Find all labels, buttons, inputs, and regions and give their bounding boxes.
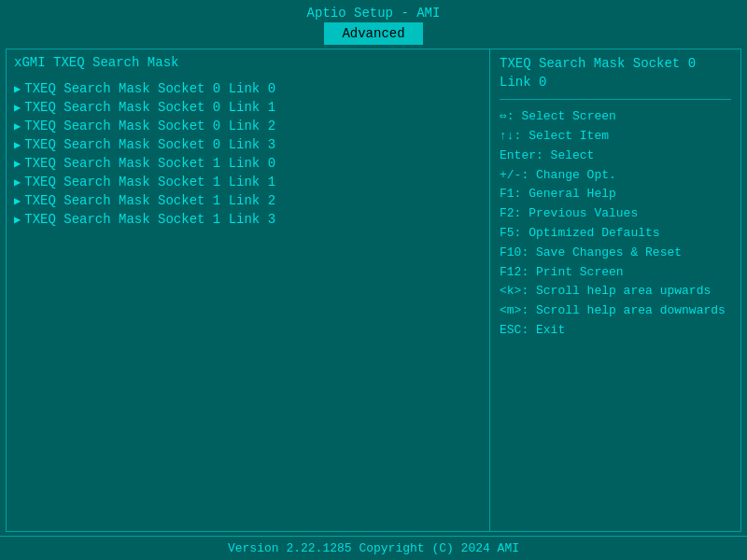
menu-item-6[interactable]: ▶TXEQ Search Mask Socket 1 Link 2 — [14, 191, 482, 210]
key-help-item-0: ⇔: Select Screen — [500, 107, 731, 127]
menu-item-5[interactable]: ▶TXEQ Search Mask Socket 1 Link 1 — [14, 173, 482, 191]
arrow-icon-6: ▶ — [14, 194, 21, 208]
app-title: Aptio Setup - AMI — [307, 6, 441, 21]
menu-item-7[interactable]: ▶TXEQ Search Mask Socket 1 Link 3 — [14, 210, 482, 229]
arrow-icon-2: ▶ — [14, 119, 21, 133]
key-help-item-9: <k>: Scroll help area upwards — [500, 282, 731, 301]
footer: Version 2.22.1285 Copyright (C) 2024 AMI — [0, 536, 747, 560]
right-panel: TXEQ Search Mask Socket 0 Link 0 ⇔: Sele… — [490, 49, 740, 531]
key-help-item-8: F12: Print Screen — [500, 263, 731, 283]
menu-item-label-3: TXEQ Search Mask Socket 0 Link 3 — [24, 137, 275, 152]
key-help-item-6: F5: Optimized Defaults — [500, 224, 731, 244]
menu-item-0[interactable]: ▶TXEQ Search Mask Socket 0 Link 0 — [14, 79, 482, 98]
key-help-item-4: F1: General Help — [500, 185, 731, 204]
key-help-item-11: ESC: Exit — [500, 321, 731, 341]
left-panel: xGMI TXEQ Search Mask ▶TXEQ Search Mask … — [7, 49, 490, 531]
footer-text: Version 2.22.1285 Copyright (C) 2024 AMI — [228, 541, 519, 555]
key-help: ⇔: Select Screen↑↓: Select ItemEnter: Se… — [500, 107, 731, 525]
help-description: TXEQ Search Mask Socket 0 Link 0 — [500, 55, 731, 100]
menu-item-1[interactable]: ▶TXEQ Search Mask Socket 0 Link 1 — [14, 98, 482, 117]
menu-item-2[interactable]: ▶TXEQ Search Mask Socket 0 Link 2 — [14, 117, 482, 135]
key-help-item-10: <m>: Scroll help area downwards — [500, 301, 731, 321]
main-content: xGMI TXEQ Search Mask ▶TXEQ Search Mask … — [6, 49, 741, 532]
menu-item-label-1: TXEQ Search Mask Socket 0 Link 1 — [24, 100, 275, 115]
key-help-item-1: ↑↓: Select Item — [500, 127, 731, 147]
key-help-item-7: F10: Save Changes & Reset — [500, 244, 731, 263]
menu-item-label-2: TXEQ Search Mask Socket 0 Link 2 — [24, 119, 275, 133]
arrow-icon-4: ▶ — [14, 157, 21, 171]
menu-item-label-6: TXEQ Search Mask Socket 1 Link 2 — [24, 193, 275, 208]
key-help-item-5: F2: Previous Values — [500, 204, 731, 224]
key-help-item-3: +/-: Change Opt. — [500, 166, 731, 186]
menu-item-label-4: TXEQ Search Mask Socket 1 Link 0 — [24, 156, 275, 171]
arrow-icon-3: ▶ — [14, 138, 21, 152]
arrow-icon-1: ▶ — [14, 101, 21, 115]
tab-bar: Advanced — [0, 22, 747, 45]
menu-item-label-0: TXEQ Search Mask Socket 0 Link 0 — [24, 81, 275, 96]
tab-advanced[interactable]: Advanced — [324, 22, 422, 45]
menu-item-label-7: TXEQ Search Mask Socket 1 Link 3 — [24, 212, 275, 227]
menu-item-3[interactable]: ▶TXEQ Search Mask Socket 0 Link 3 — [14, 135, 482, 154]
arrow-icon-7: ▶ — [14, 213, 21, 227]
menu-item-label-5: TXEQ Search Mask Socket 1 Link 1 — [24, 175, 275, 189]
menu-item-4[interactable]: ▶TXEQ Search Mask Socket 1 Link 0 — [14, 154, 482, 173]
title-bar: Aptio Setup - AMI — [0, 0, 747, 21]
arrow-icon-0: ▶ — [14, 82, 21, 96]
menu-list: ▶TXEQ Search Mask Socket 0 Link 0▶TXEQ S… — [14, 79, 482, 229]
arrow-icon-5: ▶ — [14, 175, 21, 189]
section-title: xGMI TXEQ Search Mask — [14, 55, 482, 70]
key-help-item-2: Enter: Select — [500, 147, 731, 166]
